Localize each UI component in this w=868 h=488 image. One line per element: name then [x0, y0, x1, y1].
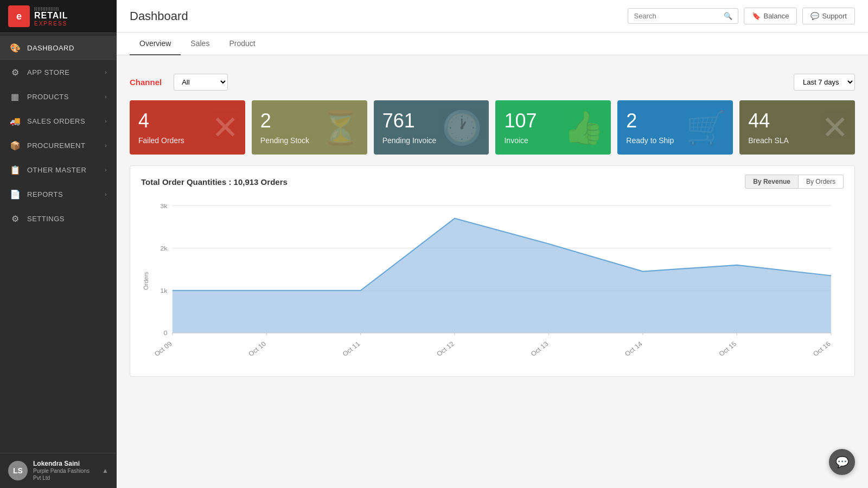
- search-icon: 🔍: [724, 12, 732, 20]
- card-bg-icon: 🕐: [442, 108, 482, 147]
- page-title: Dashboard: [130, 9, 188, 23]
- header: Dashboard 🔍 🔖 Balance 💬 Support: [117, 0, 868, 33]
- svg-text:Oct 12: Oct 12: [435, 340, 456, 358]
- sidebar-item-label: SALES ORDERS: [27, 117, 98, 125]
- support-icon: 💬: [810, 12, 819, 20]
- chat-fab[interactable]: 💬: [829, 449, 855, 475]
- content-area: OverviewSalesProduct Channel All Last 7 …: [117, 33, 868, 488]
- reports-icon: 📄: [10, 189, 21, 200]
- svg-text:Oct 14: Oct 14: [623, 340, 644, 358]
- balance-icon: 🔖: [752, 12, 761, 20]
- card-failed-orders[interactable]: 4 Failed Orders ✕: [130, 100, 245, 155]
- sidebar-nav: 🎨 DASHBOARD ⚙ APP STORE › ▦ PRODUCTS › 🚚…: [0, 33, 117, 453]
- sidebar-item-label: OTHER MASTER: [27, 166, 98, 174]
- user-name: Lokendra Saini: [33, 460, 97, 467]
- sidebar-item-label: APP STORE: [27, 68, 98, 76]
- card-ready-to-ship[interactable]: 2 Ready to Ship 🛒: [617, 100, 733, 155]
- nav-arrow: ›: [105, 94, 107, 100]
- sidebar-item-label: REPORTS: [27, 190, 98, 198]
- card-bg-icon: 🛒: [686, 108, 726, 147]
- card-bg-icon: ✕: [212, 108, 239, 146]
- chart-header: Total Order Quantities : 10,913 Orders B…: [141, 175, 844, 189]
- date-filter-select[interactable]: Last 7 days: [794, 74, 855, 91]
- logo-icon: e: [8, 5, 30, 27]
- sidebar-item-label: PRODUCTS: [27, 93, 98, 101]
- tab-sales[interactable]: Sales: [181, 33, 219, 55]
- chart-svg: 01k2k3kOct 09Oct 10Oct 11Oct 12Oct 13Oct…: [141, 194, 844, 368]
- chart-buttons: By Revenue By Orders: [745, 175, 844, 189]
- by-orders-button[interactable]: By Orders: [799, 175, 844, 189]
- sidebar: e ||||||||||||||| RETAIL EXPRESS 🎨 DASHB…: [0, 0, 117, 488]
- svg-text:1k: 1k: [160, 287, 168, 294]
- balance-button[interactable]: 🔖 Balance: [744, 8, 797, 24]
- sidebar-logo: e ||||||||||||||| RETAIL EXPRESS: [0, 0, 117, 33]
- svg-text:Oct 15: Oct 15: [717, 340, 738, 358]
- nav-arrow: ›: [105, 118, 107, 124]
- y-axis-label: Orders: [143, 272, 149, 290]
- card-pending-invoice[interactable]: 761 Pending Invoice 🕐: [374, 100, 489, 155]
- sidebar-item-label: SETTINGS: [27, 215, 107, 223]
- chart-area: Orders 01k2k3kOct 09Oct 10Oct 11Oct 12Oc…: [141, 194, 844, 368]
- svg-text:3k: 3k: [160, 202, 168, 209]
- sidebar-item-dashboard[interactable]: 🎨 DASHBOARD: [0, 36, 117, 60]
- sidebar-item-products[interactable]: ▦ PRODUCTS ›: [0, 85, 117, 109]
- support-button[interactable]: 💬 Support: [802, 8, 855, 24]
- channel-select[interactable]: All: [174, 74, 228, 91]
- tab-product[interactable]: Product: [219, 33, 265, 55]
- by-revenue-button[interactable]: By Revenue: [745, 175, 799, 189]
- user-toggle[interactable]: ▲: [102, 467, 108, 474]
- sidebar-item-sales-orders[interactable]: 🚚 SALES ORDERS ›: [0, 109, 117, 133]
- sidebar-item-label: PROCUREMENT: [27, 142, 98, 150]
- chart-container: Total Order Quantities : 10,913 Orders B…: [130, 165, 855, 377]
- support-label: Support: [822, 12, 847, 20]
- other-master-icon: 📋: [10, 165, 21, 175]
- dashboard-icon: 🎨: [10, 43, 21, 53]
- search-input[interactable]: [634, 12, 720, 20]
- sidebar-item-settings[interactable]: ⚙ SETTINGS: [0, 207, 117, 231]
- nav-arrow: ›: [105, 191, 107, 197]
- logo-barcode: |||||||||||||||: [34, 6, 68, 11]
- tabs: OverviewSalesProduct: [117, 33, 868, 55]
- nav-arrow: ›: [105, 69, 107, 75]
- card-bg-icon: ⏳: [320, 108, 361, 147]
- svg-text:Oct 09: Oct 09: [153, 340, 174, 358]
- sales-orders-icon: 🚚: [10, 116, 21, 126]
- balance-label: Balance: [763, 12, 789, 20]
- header-actions: 🔍 🔖 Balance 💬 Support: [628, 8, 855, 24]
- tab-overview[interactable]: Overview: [130, 33, 181, 55]
- avatar: LS: [8, 461, 28, 480]
- main-content: Dashboard 🔍 🔖 Balance 💬 Support Overview…: [117, 0, 868, 488]
- user-info: Lokendra Saini Purple Panda Fashions Pvt…: [33, 460, 97, 481]
- user-company: Purple Panda Fashions Pvt Ltd: [33, 467, 97, 481]
- sidebar-item-label: DASHBOARD: [27, 44, 107, 52]
- sidebar-item-procurement[interactable]: 📦 PROCUREMENT ›: [0, 133, 117, 158]
- sidebar-footer: LS Lokendra Saini Purple Panda Fashions …: [0, 453, 117, 488]
- settings-icon: ⚙: [10, 214, 21, 224]
- nav-arrow: ›: [105, 167, 107, 173]
- svg-text:Oct 16: Oct 16: [812, 340, 832, 358]
- cards-row: 4 Failed Orders ✕ 2 Pending Stock ⏳ 761 …: [130, 100, 855, 155]
- sidebar-item-reports[interactable]: 📄 REPORTS ›: [0, 182, 117, 207]
- svg-text:Oct 11: Oct 11: [341, 340, 362, 358]
- card-bg-icon: 👍: [564, 108, 604, 147]
- svg-text:2k: 2k: [160, 245, 168, 252]
- products-icon: ▦: [10, 92, 21, 102]
- logo-main: RETAIL: [34, 11, 68, 21]
- filter-row: Channel All Last 7 days: [130, 65, 855, 91]
- card-breach-sla[interactable]: 44 Breach SLA ✕: [739, 100, 855, 155]
- card-invoice[interactable]: 107 Invoice 👍: [495, 100, 611, 155]
- logo-text: ||||||||||||||| RETAIL EXPRESS: [34, 6, 68, 27]
- card-pending-stock[interactable]: 2 Pending Stock ⏳: [252, 100, 367, 155]
- svg-text:Oct 10: Oct 10: [247, 340, 267, 358]
- procurement-icon: 📦: [10, 140, 21, 151]
- sidebar-item-other-master[interactable]: 📋 OTHER MASTER ›: [0, 158, 117, 182]
- sidebar-item-app-store[interactable]: ⚙ APP STORE ›: [0, 60, 117, 85]
- svg-text:Oct 13: Oct 13: [529, 340, 550, 358]
- logo-sub: EXPRESS: [34, 21, 68, 27]
- nav-arrow: ›: [105, 143, 107, 149]
- svg-text:0: 0: [163, 330, 167, 337]
- chart-title: Total Order Quantities : 10,913 Orders: [141, 177, 288, 187]
- search-box: 🔍: [628, 8, 738, 24]
- card-bg-icon: ✕: [821, 108, 848, 146]
- channel-label: Channel: [130, 78, 162, 87]
